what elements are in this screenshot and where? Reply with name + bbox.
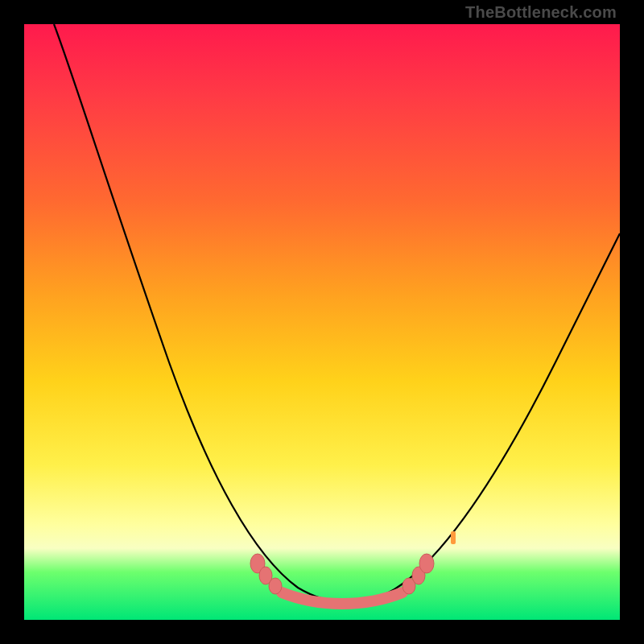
marker-dot xyxy=(419,554,434,573)
trough-band xyxy=(282,592,402,604)
chart-frame: TheBottleneck.com xyxy=(0,0,644,644)
marker-tick xyxy=(451,531,456,544)
bottleneck-curve xyxy=(54,24,620,602)
chart-svg xyxy=(24,24,620,620)
marker-dot xyxy=(269,578,282,594)
marker-group xyxy=(250,531,456,594)
watermark-text: TheBottleneck.com xyxy=(465,3,617,22)
plot-area xyxy=(24,24,620,620)
